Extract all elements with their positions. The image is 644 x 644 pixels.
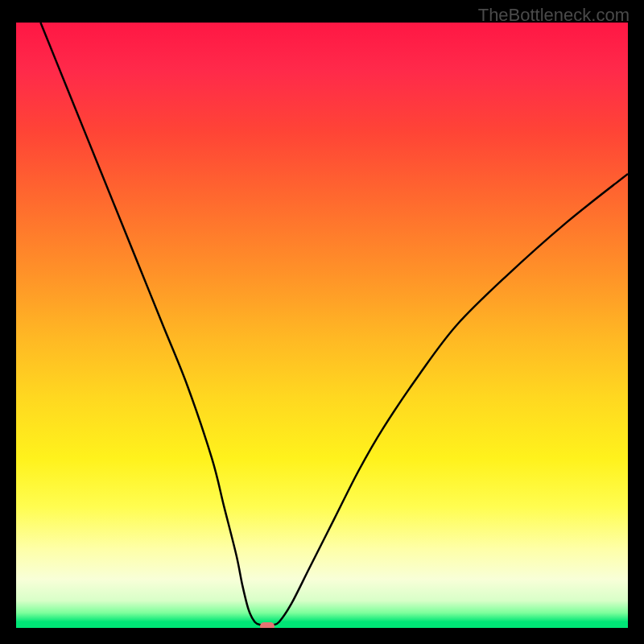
bottleneck-curve [40,23,628,625]
plot-area [16,23,628,628]
curve-svg [16,23,628,628]
optimal-marker [260,622,275,628]
watermark-text: TheBottleneck.com [478,5,630,26]
